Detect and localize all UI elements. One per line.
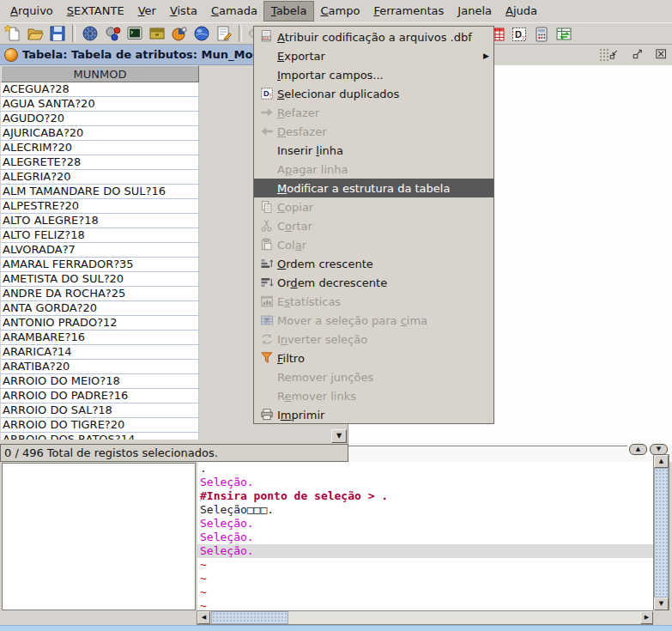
menu-item-importar-campos[interactable]: Importar campos... [254,65,493,84]
right-arrow-icon[interactable]: ▶ [640,611,653,624]
table-row[interactable]: ANDRE DA ROCHA?25 [1,287,198,301]
table-row[interactable]: ALPESTRE?20 [1,199,198,214]
table-row[interactable]: ARROIO DO SAL?18 [1,403,198,418]
application-window: ArquivoSEXTANTEVerVistaCamadaTabelaCampo… [0,0,672,631]
table-status-bar: 0 / 496 Total de registos selecionados. [0,444,348,462]
table-row[interactable]: ACEGUA?28 [1,82,198,97]
maximize-window-button[interactable] [630,47,646,62]
paste-icon [256,237,277,252]
terminal-icon[interactable] [124,23,146,44]
molecule-icon[interactable] [101,23,124,44]
table-row[interactable]: ALTO ALEGRE?18 [1,214,198,228]
left-arrow-icon[interactable]: ◀ [197,611,210,624]
menu-item-label: Colar [277,239,493,252]
menu-item-label: Exportar [277,50,483,63]
table-row[interactable]: ALEGRIA?20 [1,170,198,185]
menubar-item-ferramentas[interactable]: Ferramentas [366,2,451,21]
sextante-icon[interactable] [79,23,101,44]
table-row[interactable]: ANTA GORDA?20 [1,301,198,316]
table-row[interactable]: ARATIBA?20 [1,360,198,374]
menu-item-label: Selecionar duplicados [277,88,493,100]
console-line: Seleção. [197,476,654,489]
menubar-item-arquivo[interactable]: Arquivo [3,2,60,21]
table-row[interactable]: ANTONIO PRADO?12 [1,316,198,331]
statistics-icon [256,294,277,309]
select-duplicates-icon[interactable]: D? [508,24,530,45]
print-icon [256,407,277,422]
calculator-icon[interactable] [530,24,553,45]
menubar-item-tabela[interactable]: Tabela [264,2,314,21]
menubar-item-ver[interactable]: Ver [131,2,163,21]
project-left-panel[interactable] [2,463,196,610]
menu-item-label: Mover a seleção para cima [277,314,493,327]
table-row[interactable]: AMARAL FERRADOR?35 [1,258,198,272]
console-line: ~ [197,558,654,572]
table-row[interactable]: ARROIO DO MEIO?18 [1,374,198,389]
table-row[interactable]: AGUA SANTA?20 [1,97,198,112]
menu-item-filtro[interactable]: Filtro [254,349,493,367]
menu-icon-placeholder [256,48,277,64]
down-arrow-icon[interactable]: ▼ [654,598,669,610]
table-row[interactable]: ARROIO DOS RATOS?14 [1,433,198,440]
menu-item-exportar[interactable]: Exportar▶ [254,46,493,65]
table-row[interactable]: AMETISTA DO SUL?20 [1,272,198,287]
menubar-item-campo[interactable]: Campo [313,2,366,21]
menu-item-label: Ordem crescente [277,258,493,270]
menu-item-selecionar-duplicados[interactable]: D?Selecionar duplicados [254,84,493,103]
console-horizontal-scrollbar[interactable]: ◀ ▶ [197,610,654,625]
select-duplicates-icon: D? [256,86,277,101]
menubar-item-vista[interactable]: Vista [163,2,204,21]
menubar-item-ajuda[interactable]: Ajuda [499,2,544,21]
dbf-file-icon: 010 [256,29,277,45]
menu-item-ordem-crescente[interactable]: Ordem crescente [254,254,493,273]
menubar-item-janela[interactable]: Janela [451,2,499,21]
edit-notes-icon[interactable] [213,23,235,44]
menu-item-desfazer: Desfazer [254,122,493,141]
globe-icon[interactable] [191,23,213,44]
vertical-scrollbar-thumb[interactable] [654,468,669,598]
menu-item-label: Remover junções [277,371,493,384]
archive-icon[interactable] [146,23,168,44]
menu-item-label: Importar campos... [277,69,493,82]
console-output[interactable]: .Seleção.#Insira ponto de seleção > .Sel… [197,462,654,611]
up-arrow-icon[interactable]: ▲ [654,455,669,468]
new-document-icon[interactable] [2,23,24,44]
table-row[interactable]: ARROIO DO TIGRE?20 [1,418,198,433]
console-line: ~ [197,585,654,599]
menu-item-ordem-decrescente[interactable]: Ordem decrescente [254,273,493,292]
console-vertical-scrollbar[interactable]: ▲ ▼ [653,454,669,611]
table-refresh-icon[interactable] [553,24,575,45]
table-scrollbar-down-button[interactable]: ▼ [331,429,347,443]
save-icon[interactable] [46,23,69,44]
pane-up-button[interactable]: ▲ [629,444,647,455]
table-row[interactable]: ARARICA?14 [1,345,198,360]
pane-down-button[interactable]: ▼ [650,444,668,455]
table-window-title: Tabela: Tabela de atributos: Mun_Mod [22,48,261,61]
close-window-button[interactable] [653,47,669,62]
table-row[interactable]: ALEGRETE?28 [1,155,198,170]
menubar-item-camada[interactable]: Camada [204,2,264,21]
table-row[interactable]: ALVORADA?7 [1,243,198,258]
table-row[interactable]: ALTO FELIZ?18 [1,228,198,243]
menu-bar: ArquivoSEXTANTEVerVistaCamadaTabelaCampo… [0,0,672,22]
pie-chart-icon[interactable] [168,23,191,44]
menubar-item-sextante[interactable]: SEXTANTE [60,2,131,21]
menu-item-modificar-a-estrutura-da-tabela[interactable]: Modificar a estrutura da tabela [254,179,493,197]
console-line: Seleção. [197,517,654,531]
menu-item-label: Inverter seleção [277,333,493,346]
table-row[interactable]: ARAMBARE?16 [1,331,198,345]
table-row[interactable]: AGUDO?20 [1,112,198,126]
menu-item-inserir-linha[interactable]: Inserir linha [254,141,493,160]
table-row[interactable]: ALECRIM?20 [1,141,198,155]
table-row[interactable]: AJURICABA?20 [1,126,198,141]
table-row[interactable]: ALM TAMANDARE DO SUL?16 [1,185,198,199]
restore-window-button[interactable] [607,47,623,62]
console-line: Seleção. [197,544,654,558]
table-row[interactable]: ARROIO DO PADRE?16 [1,389,198,403]
open-folder-icon[interactable] [24,23,46,44]
attribute-table-rows: ACEGUA?28AGUA SANTA?20AGUDO?20AJURICABA?… [1,82,199,440]
horizontal-scrollbar-thumb[interactable] [211,611,288,624]
menu-item-imprimir[interactable]: Imprimir [254,405,493,424]
menu-item-atribuir-codificacao-a-arquivos-dbf[interactable]: 010Atribuir codificação a arquivos .dbf [254,27,493,46]
column-header-munmod[interactable]: MUNMOD [1,65,199,82]
